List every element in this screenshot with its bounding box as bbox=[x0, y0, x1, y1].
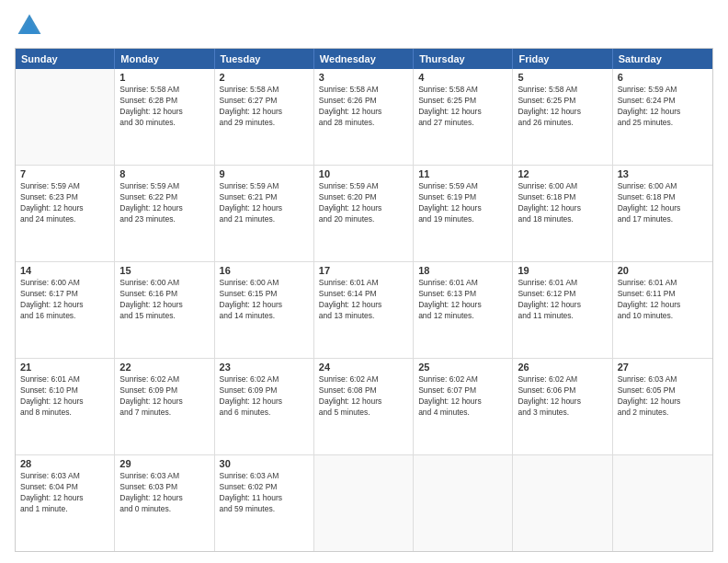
logo-icon bbox=[15, 11, 44, 40]
day-number: 16 bbox=[220, 265, 309, 276]
day-info: Sunrise: 6:02 AM Sunset: 6:09 PM Dayligh… bbox=[119, 374, 209, 419]
calendar-day-6: 6Sunrise: 5:59 AM Sunset: 6:24 PM Daylig… bbox=[613, 69, 712, 165]
calendar-header-saturday: Saturday bbox=[613, 49, 712, 69]
calendar-header-wednesday: Wednesday bbox=[314, 49, 414, 69]
day-info: Sunrise: 5:59 AM Sunset: 6:23 PM Dayligh… bbox=[20, 181, 109, 225]
day-number: 6 bbox=[618, 72, 708, 83]
day-number: 5 bbox=[518, 72, 607, 83]
calendar-day-9: 9Sunrise: 5:59 AM Sunset: 6:21 PM Daylig… bbox=[215, 166, 314, 261]
day-info: Sunrise: 5:59 AM Sunset: 6:20 PM Dayligh… bbox=[319, 181, 408, 225]
day-info: Sunrise: 5:58 AM Sunset: 6:25 PM Dayligh… bbox=[518, 85, 607, 129]
day-number: 1 bbox=[119, 72, 209, 83]
logo bbox=[15, 11, 48, 40]
calendar-header: SundayMondayTuesdayWednesdayThursdayFrid… bbox=[16, 49, 712, 69]
day-info: Sunrise: 6:00 AM Sunset: 6:18 PM Dayligh… bbox=[618, 181, 708, 225]
calendar-day-4: 4Sunrise: 5:58 AM Sunset: 6:25 PM Daylig… bbox=[414, 69, 513, 165]
day-info: Sunrise: 6:02 AM Sunset: 6:09 PM Dayligh… bbox=[220, 374, 309, 419]
calendar-header-tuesday: Tuesday bbox=[215, 49, 314, 69]
calendar-day-24: 24Sunrise: 6:02 AM Sunset: 6:08 PM Dayli… bbox=[314, 359, 414, 454]
day-info: Sunrise: 6:02 AM Sunset: 6:07 PM Dayligh… bbox=[418, 374, 507, 419]
calendar-week-2: 7Sunrise: 5:59 AM Sunset: 6:23 PM Daylig… bbox=[16, 165, 712, 261]
day-number: 18 bbox=[418, 265, 507, 276]
day-info: Sunrise: 6:01 AM Sunset: 6:14 PM Dayligh… bbox=[319, 278, 408, 322]
day-number: 2 bbox=[220, 72, 309, 83]
calendar-body: 1Sunrise: 5:58 AM Sunset: 6:28 PM Daylig… bbox=[16, 69, 712, 551]
day-info: Sunrise: 6:00 AM Sunset: 6:18 PM Dayligh… bbox=[518, 181, 607, 225]
day-number: 24 bbox=[319, 362, 408, 373]
day-number: 26 bbox=[518, 362, 607, 373]
day-number: 22 bbox=[119, 362, 209, 373]
calendar-day-28: 28Sunrise: 6:03 AM Sunset: 6:04 PM Dayli… bbox=[16, 455, 115, 551]
calendar-day-7: 7Sunrise: 5:59 AM Sunset: 6:23 PM Daylig… bbox=[16, 166, 115, 261]
day-info: Sunrise: 6:03 AM Sunset: 6:02 PM Dayligh… bbox=[220, 471, 309, 515]
calendar-day-14: 14Sunrise: 6:00 AM Sunset: 6:17 PM Dayli… bbox=[16, 262, 115, 358]
day-info: Sunrise: 5:59 AM Sunset: 6:21 PM Dayligh… bbox=[220, 181, 309, 225]
calendar: SundayMondayTuesdayWednesdayThursdayFrid… bbox=[15, 48, 713, 552]
day-info: Sunrise: 5:59 AM Sunset: 6:24 PM Dayligh… bbox=[618, 85, 708, 129]
day-number: 7 bbox=[20, 168, 109, 179]
calendar-day-20: 20Sunrise: 6:01 AM Sunset: 6:11 PM Dayli… bbox=[613, 262, 712, 358]
day-info: Sunrise: 6:03 AM Sunset: 6:04 PM Dayligh… bbox=[20, 471, 109, 515]
calendar-header-thursday: Thursday bbox=[414, 49, 513, 69]
calendar-day-27: 27Sunrise: 6:03 AM Sunset: 6:05 PM Dayli… bbox=[613, 359, 712, 454]
day-number: 3 bbox=[319, 72, 408, 83]
day-number: 11 bbox=[418, 168, 507, 179]
calendar-day-30: 30Sunrise: 6:03 AM Sunset: 6:02 PM Dayli… bbox=[215, 455, 314, 551]
day-number: 28 bbox=[20, 458, 109, 469]
day-number: 21 bbox=[20, 362, 109, 373]
day-number: 14 bbox=[20, 265, 109, 276]
calendar-day-16: 16Sunrise: 6:00 AM Sunset: 6:15 PM Dayli… bbox=[215, 262, 314, 358]
calendar-day-22: 22Sunrise: 6:02 AM Sunset: 6:09 PM Dayli… bbox=[115, 359, 214, 454]
calendar-day-12: 12Sunrise: 6:00 AM Sunset: 6:18 PM Dayli… bbox=[513, 166, 612, 261]
calendar-day-10: 10Sunrise: 5:59 AM Sunset: 6:20 PM Dayli… bbox=[314, 166, 414, 261]
calendar-week-4: 21Sunrise: 6:01 AM Sunset: 6:10 PM Dayli… bbox=[16, 358, 712, 454]
calendar-day-25: 25Sunrise: 6:02 AM Sunset: 6:07 PM Dayli… bbox=[414, 359, 513, 454]
calendar-empty-cell bbox=[16, 69, 115, 165]
day-number: 23 bbox=[220, 362, 309, 373]
day-info: Sunrise: 5:59 AM Sunset: 6:19 PM Dayligh… bbox=[418, 181, 507, 225]
day-number: 8 bbox=[119, 168, 209, 179]
calendar-day-29: 29Sunrise: 6:03 AM Sunset: 6:03 PM Dayli… bbox=[115, 455, 214, 551]
calendar-day-17: 17Sunrise: 6:01 AM Sunset: 6:14 PM Dayli… bbox=[314, 262, 414, 358]
day-number: 10 bbox=[319, 168, 408, 179]
calendar-day-13: 13Sunrise: 6:00 AM Sunset: 6:18 PM Dayli… bbox=[613, 166, 712, 261]
calendar-empty-cell bbox=[414, 455, 513, 551]
calendar-day-21: 21Sunrise: 6:01 AM Sunset: 6:10 PM Dayli… bbox=[16, 359, 115, 454]
day-info: Sunrise: 6:01 AM Sunset: 6:12 PM Dayligh… bbox=[518, 278, 607, 322]
day-number: 27 bbox=[618, 362, 708, 373]
day-info: Sunrise: 5:58 AM Sunset: 6:28 PM Dayligh… bbox=[119, 85, 209, 129]
calendar-empty-cell bbox=[314, 455, 414, 551]
calendar-week-5: 28Sunrise: 6:03 AM Sunset: 6:04 PM Dayli… bbox=[16, 454, 712, 551]
calendar-day-19: 19Sunrise: 6:01 AM Sunset: 6:12 PM Dayli… bbox=[513, 262, 612, 358]
calendar-day-1: 1Sunrise: 5:58 AM Sunset: 6:28 PM Daylig… bbox=[115, 69, 214, 165]
calendar-header-friday: Friday bbox=[513, 49, 612, 69]
day-info: Sunrise: 6:01 AM Sunset: 6:13 PM Dayligh… bbox=[418, 278, 507, 322]
calendar-empty-cell bbox=[513, 455, 612, 551]
day-info: Sunrise: 5:58 AM Sunset: 6:27 PM Dayligh… bbox=[220, 85, 309, 129]
day-info: Sunrise: 5:58 AM Sunset: 6:26 PM Dayligh… bbox=[319, 85, 408, 129]
calendar-header-sunday: Sunday bbox=[16, 49, 115, 69]
calendar-day-5: 5Sunrise: 5:58 AM Sunset: 6:25 PM Daylig… bbox=[513, 69, 612, 165]
day-number: 19 bbox=[518, 265, 607, 276]
day-info: Sunrise: 6:03 AM Sunset: 6:05 PM Dayligh… bbox=[618, 374, 708, 419]
day-info: Sunrise: 6:01 AM Sunset: 6:11 PM Dayligh… bbox=[618, 278, 708, 322]
day-number: 30 bbox=[220, 458, 309, 469]
day-info: Sunrise: 6:02 AM Sunset: 6:06 PM Dayligh… bbox=[518, 374, 607, 419]
day-number: 20 bbox=[618, 265, 708, 276]
calendar-day-3: 3Sunrise: 5:58 AM Sunset: 6:26 PM Daylig… bbox=[314, 69, 414, 165]
day-number: 13 bbox=[618, 168, 708, 179]
day-number: 9 bbox=[220, 168, 309, 179]
day-number: 25 bbox=[418, 362, 507, 373]
day-number: 29 bbox=[119, 458, 209, 469]
day-info: Sunrise: 6:00 AM Sunset: 6:17 PM Dayligh… bbox=[20, 278, 109, 322]
day-number: 17 bbox=[319, 265, 408, 276]
day-info: Sunrise: 5:58 AM Sunset: 6:25 PM Dayligh… bbox=[418, 85, 507, 129]
calendar-day-8: 8Sunrise: 5:59 AM Sunset: 6:22 PM Daylig… bbox=[115, 166, 214, 261]
day-info: Sunrise: 5:59 AM Sunset: 6:22 PM Dayligh… bbox=[119, 181, 209, 225]
calendar-empty-cell bbox=[613, 455, 712, 551]
day-info: Sunrise: 6:02 AM Sunset: 6:08 PM Dayligh… bbox=[319, 374, 408, 419]
day-number: 4 bbox=[418, 72, 507, 83]
calendar-day-2: 2Sunrise: 5:58 AM Sunset: 6:27 PM Daylig… bbox=[215, 69, 314, 165]
day-number: 15 bbox=[119, 265, 209, 276]
calendar-day-15: 15Sunrise: 6:00 AM Sunset: 6:16 PM Dayli… bbox=[115, 262, 214, 358]
